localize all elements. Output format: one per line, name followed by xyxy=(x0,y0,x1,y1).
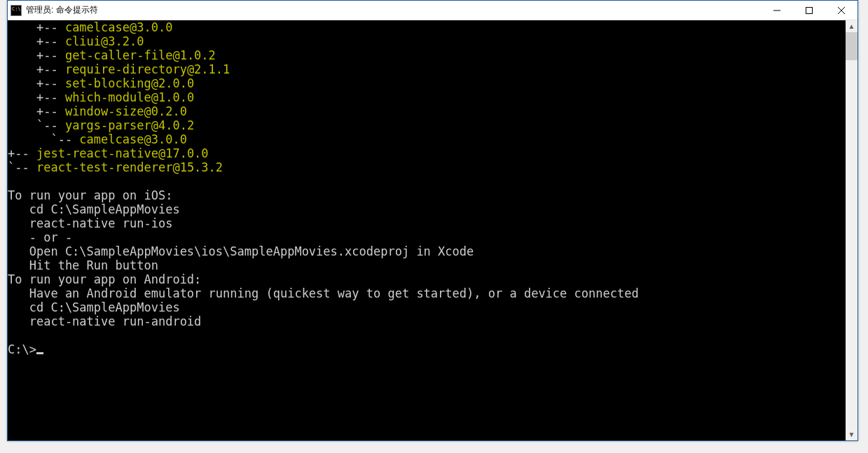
package-name: jest-react-native@17.0.0 xyxy=(36,146,209,160)
dependency-line: +-- jest-react-native@17.0.0 xyxy=(8,146,846,160)
scroll-track[interactable] xyxy=(846,32,857,428)
instruction-line: - or - xyxy=(8,230,846,244)
prompt-line[interactable]: C:\> xyxy=(8,342,846,356)
dependency-line: +-- window-size@0.2.0 xyxy=(8,104,846,118)
window-controls xyxy=(761,1,857,20)
dependency-line: +-- set-blocking@2.0.0 xyxy=(8,76,846,90)
terminal-output[interactable]: +-- camelcase@3.0.0 +-- cliui@3.2.0 +-- … xyxy=(8,20,846,440)
instruction-line: cd C:\SampleAppMovies xyxy=(8,202,846,216)
package-name: react-test-renderer@15.3.2 xyxy=(36,160,223,174)
package-name: window-size@0.2.0 xyxy=(65,104,187,118)
instruction-line: react-native run-android xyxy=(8,314,846,328)
package-name: which-module@1.0.0 xyxy=(65,90,194,104)
minimize-button[interactable] xyxy=(761,1,793,20)
instruction-line xyxy=(8,174,846,188)
dependency-line: +-- camelcase@3.0.0 xyxy=(8,20,846,34)
svg-rect-1 xyxy=(806,7,813,13)
instruction-line: To run your app on iOS: xyxy=(8,188,846,202)
dependency-line: +-- get-caller-file@1.0.2 xyxy=(8,48,846,62)
terminal-window: 管理员: 命令提示符 +-- camelcase@3.0.0 +-- cliui… xyxy=(7,0,858,441)
package-name: set-blocking@2.0.0 xyxy=(65,76,194,90)
dependency-line: `-- camelcase@3.0.0 xyxy=(8,132,846,146)
package-name: yargs-parser@4.0.2 xyxy=(65,118,194,132)
instruction-line: Open C:\SampleAppMovies\ios\SampleAppMov… xyxy=(8,244,846,258)
instruction-line: react-native run-ios xyxy=(8,216,846,230)
instruction-line: To run your app on Android: xyxy=(8,272,846,286)
minimize-icon xyxy=(773,7,780,14)
package-name: get-caller-file@1.0.2 xyxy=(65,48,216,62)
maximize-button[interactable] xyxy=(793,1,825,20)
scroll-down-arrow[interactable]: ▼ xyxy=(846,428,857,440)
scroll-up-arrow[interactable]: ▲ xyxy=(846,20,857,32)
instruction-line: Have an Android emulator running (quicke… xyxy=(8,286,846,300)
dependency-line: +-- which-module@1.0.0 xyxy=(8,90,846,104)
close-icon xyxy=(838,7,845,14)
instruction-line: Hit the Run button xyxy=(8,258,846,272)
instruction-line: cd C:\SampleAppMovies xyxy=(8,300,846,314)
close-button[interactable] xyxy=(825,1,857,20)
dependency-line: `-- yargs-parser@4.0.2 xyxy=(8,118,846,132)
terminal-body: +-- camelcase@3.0.0 +-- cliui@3.2.0 +-- … xyxy=(8,20,857,440)
cursor xyxy=(36,352,43,354)
vertical-scrollbar[interactable]: ▲ ▼ xyxy=(846,20,857,440)
maximize-icon xyxy=(806,7,813,14)
package-name: cliui@3.2.0 xyxy=(65,34,144,48)
titlebar[interactable]: 管理员: 命令提示符 xyxy=(8,1,857,20)
dependency-line: `-- react-test-renderer@15.3.2 xyxy=(8,160,846,174)
window-title: 管理员: 命令提示符 xyxy=(26,4,761,16)
package-name: camelcase@3.0.0 xyxy=(79,132,187,146)
package-name: require-directory@2.1.1 xyxy=(65,62,230,76)
cmd-icon xyxy=(11,5,22,16)
dependency-line: +-- cliui@3.2.0 xyxy=(8,34,846,48)
instruction-line xyxy=(8,328,846,342)
scroll-thumb[interactable] xyxy=(846,32,857,60)
dependency-line: +-- require-directory@2.1.1 xyxy=(8,62,846,76)
prompt-text: C:\> xyxy=(8,342,36,356)
package-name: camelcase@3.0.0 xyxy=(65,20,173,34)
